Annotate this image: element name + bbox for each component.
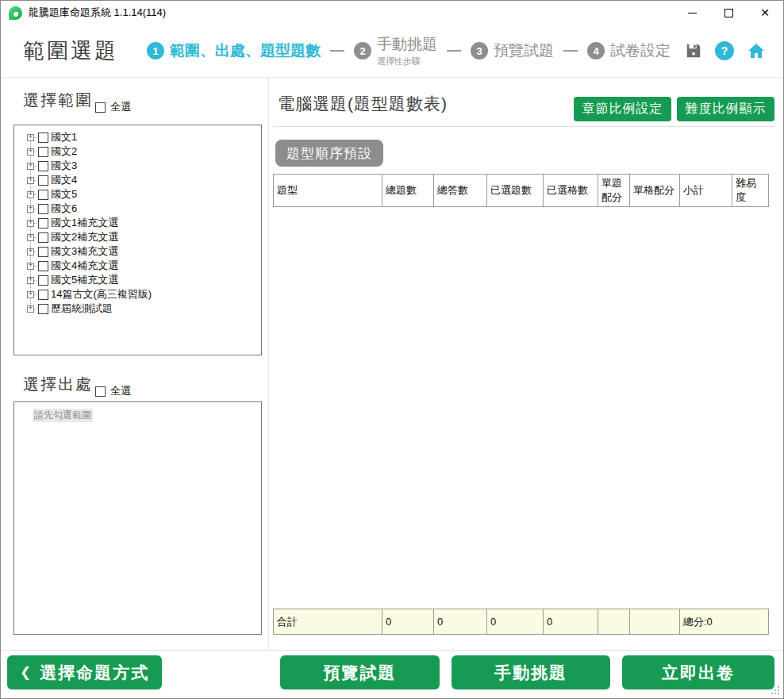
computer-selection-title: 電腦選題(題型題數表)	[278, 93, 448, 115]
tree-connector	[34, 180, 37, 181]
expand-icon[interactable]: +	[27, 305, 34, 313]
question-type-table-footer: 合計 0 0 0 0 總分:0	[273, 609, 769, 635]
expand-icon[interactable]: +	[27, 263, 34, 270]
tree-item[interactable]: + 國文4補充文選	[21, 259, 261, 273]
tree-item-checkbox[interactable]	[38, 204, 48, 214]
tree-item-checkbox[interactable]	[38, 247, 48, 257]
tree-connector	[34, 294, 37, 295]
expand-icon[interactable]: +	[27, 291, 34, 298]
tree-item-label[interactable]: 國文5	[51, 187, 77, 202]
resize-grip[interactable]	[778, 693, 779, 694]
tree-item[interactable]: + 國文2	[21, 144, 261, 159]
preview-questions-button[interactable]: 預覽試題	[280, 655, 440, 689]
save-icon[interactable]	[685, 42, 702, 60]
tree-item-checkbox[interactable]	[38, 147, 48, 157]
source-select-all[interactable]: 全選	[95, 384, 131, 398]
tree-item-label[interactable]: 國文2	[51, 144, 77, 159]
tree-item-checkbox[interactable]	[38, 190, 48, 200]
tree-item-checkbox[interactable]	[38, 218, 48, 229]
table-header-row: 題型 總題數 總答數 已選題數 已選格數 單題配分 單格配分 小計 難易度	[274, 175, 769, 207]
expand-icon[interactable]: +	[27, 191, 34, 198]
expand-icon[interactable]: +	[27, 234, 34, 241]
expand-icon[interactable]: +	[27, 177, 34, 184]
tree-item-label[interactable]: 國文4補充文選	[51, 259, 118, 273]
tree-item[interactable]: + 國文5補充文選	[21, 273, 261, 287]
source-select-all-label[interactable]: 全選	[110, 384, 131, 398]
tree-connector	[34, 166, 37, 167]
tree-item[interactable]: + 國文5	[21, 187, 261, 202]
select-range-title: 選擇範圍	[23, 90, 93, 111]
expand-icon[interactable]: +	[27, 148, 34, 156]
manual-pick-button[interactable]: 手動挑題	[452, 655, 610, 689]
step-indicator: 1 範圍、出處、題型題數 2 手動挑題 選擇性步驟 3 預覽試題 4 試卷設定	[147, 34, 671, 67]
question-order-preset-button[interactable]: 題型順序預設	[275, 140, 383, 167]
range-select-all[interactable]: 全選	[95, 100, 131, 114]
tree-item-checkbox[interactable]	[38, 261, 48, 271]
tree-item-checkbox[interactable]	[38, 232, 48, 243]
expand-icon[interactable]: +	[27, 205, 34, 213]
app-logo-icon	[9, 6, 22, 20]
minimize-button[interactable]	[674, 1, 710, 25]
step-4-label: 試卷設定	[610, 40, 671, 61]
tree-item[interactable]: + 歷屆統測試題	[21, 301, 261, 316]
tree-item-checkbox[interactable]	[38, 304, 48, 314]
step-4[interactable]: 4 試卷設定	[587, 40, 671, 61]
tree-item-checkbox[interactable]	[38, 290, 48, 300]
per-cell-score-value	[630, 609, 680, 635]
tree-item-checkbox[interactable]	[38, 133, 48, 143]
tree-item-label[interactable]: 國文3補充文選	[51, 244, 118, 259]
tree-item-checkbox[interactable]	[38, 175, 48, 186]
step-3[interactable]: 3 預覽試題	[471, 40, 554, 61]
col-selected-cells: 已選格數	[544, 175, 598, 207]
tree-item[interactable]: + 國文1	[21, 130, 261, 144]
help-icon[interactable]: ?	[715, 41, 734, 60]
tree-item-label[interactable]: 國文2補充文選	[51, 230, 118, 244]
step-1[interactable]: 1 範圍、出處、題型題數	[147, 40, 321, 61]
tree-item-label[interactable]: 國文5補充文選	[51, 273, 118, 287]
range-select-all-checkbox[interactable]	[95, 102, 106, 113]
tree-item[interactable]: + 14篇古文(高三複習版)	[21, 287, 261, 301]
expand-icon[interactable]: +	[27, 220, 34, 227]
difficulty-ratio-button[interactable]: 難度比例顯示	[677, 97, 774, 121]
window-controls: ✕	[674, 1, 783, 25]
total-questions-value: 0	[382, 609, 434, 635]
tree-item[interactable]: + 國文3補充文選	[21, 244, 261, 259]
tree-connector	[34, 237, 37, 238]
expand-icon[interactable]: +	[27, 277, 34, 284]
tree-item-label[interactable]: 歷屆統測試題	[51, 301, 113, 316]
tree-item-checkbox[interactable]	[38, 161, 48, 171]
range-select-all-label[interactable]: 全選	[110, 100, 131, 114]
expand-icon[interactable]: +	[27, 248, 34, 255]
header-icons: ?	[685, 41, 766, 60]
window-title: 龍騰題庫命題系統 1.1.14(114)	[29, 6, 166, 20]
choose-method-back-button[interactable]: ❮ 選擇命題方式	[7, 655, 162, 689]
col-selected-questions: 已選題數	[487, 175, 544, 207]
col-per-cell-score: 單格配分	[630, 175, 680, 207]
source-list-panel: 請先勾選範圍	[13, 401, 262, 635]
tree-item[interactable]: + 國文3	[21, 159, 261, 173]
close-button[interactable]: ✕	[747, 1, 783, 25]
source-select-all-checkbox[interactable]	[95, 386, 106, 397]
tree-item-checkbox[interactable]	[38, 275, 48, 286]
step-2[interactable]: 2 手動挑題 選擇性步驟	[354, 34, 437, 67]
range-tree: + 國文1 + 國文2 + 國文3 + 國文4 + 國文5 + 國文6	[21, 130, 261, 316]
chapter-ratio-button[interactable]: 章節比例設定	[574, 97, 671, 121]
tree-item-label[interactable]: 國文3	[51, 159, 77, 173]
tree-item[interactable]: + 國文2補充文選	[21, 230, 261, 244]
tree-item[interactable]: + 國文4	[21, 173, 261, 187]
home-icon[interactable]	[747, 41, 766, 60]
expand-icon[interactable]: +	[27, 163, 34, 170]
tree-item-label[interactable]: 國文1	[51, 130, 77, 144]
tree-item-label[interactable]: 國文4	[51, 173, 77, 187]
generate-paper-button[interactable]: 立即出卷	[622, 655, 774, 689]
col-subtotal: 小計	[680, 175, 732, 207]
tree-item-label[interactable]: 14篇古文(高三複習版)	[51, 287, 152, 301]
step-4-circle: 4	[587, 42, 605, 60]
panel-divider	[268, 77, 269, 650]
tree-item[interactable]: + 國文1補充文選	[21, 216, 261, 230]
maximize-button[interactable]	[710, 1, 747, 25]
expand-icon[interactable]: +	[27, 134, 34, 141]
tree-item-label[interactable]: 國文1補充文選	[51, 216, 118, 230]
tree-item[interactable]: + 國文6	[21, 202, 261, 216]
tree-item-label[interactable]: 國文6	[51, 202, 77, 216]
